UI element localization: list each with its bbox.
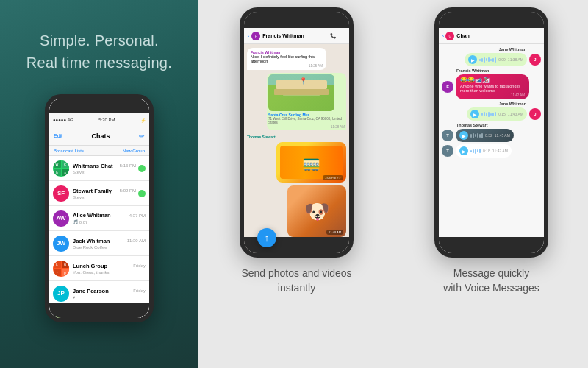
waveform [470, 148, 481, 154]
message-bubble: Francis Whitman Nice! I definitely feel … [247, 48, 326, 70]
nav-bar: Edit Chats ✏ [49, 127, 149, 146]
avatar: W C h a [53, 160, 69, 177]
tagline: Simple. Personal. Real time messaging. [26, 29, 172, 74]
avatar: T [442, 130, 453, 141]
list-item[interactable]: AW Alice Whitman 4:37 PM 🎵 0:07 [49, 206, 149, 231]
voice-msg-jane-2: Jane Whitman J ▶ [442, 102, 541, 121]
contact-avatar: F [251, 32, 260, 40]
chat-info: Jane Pearson Friday ♥ [73, 288, 146, 300]
voice-header: ‹ G Chan [439, 28, 544, 44]
chat-input-bar: 📷 🎤 [244, 253, 349, 258]
play-button[interactable]: ▶ [459, 131, 468, 140]
list-item[interactable]: SF Stewart Family 5:02 PM Steve: [49, 181, 149, 206]
voice-screen: ‹ G Chan Jane Whitman J ▶ [439, 28, 544, 258]
sub-bar: Broadcast Lists New Group [49, 146, 149, 156]
right-panel: ‹ G Chan Jane Whitman J ▶ [395, 0, 588, 368]
voice-msg-francis: Francis Whitman F 😂😂🎿🏂 Anyone who wants … [442, 68, 541, 99]
chat-info: Alice Friday [73, 315, 146, 319]
avatar: JW [53, 236, 69, 252]
list-item[interactable]: A Alice Friday [49, 306, 149, 318]
recording-bar: 🎤 0:03 slide to cancel 🎤 [439, 256, 544, 258]
avatar: JP [53, 286, 69, 302]
waveform [481, 111, 496, 117]
right-caption: Message quickly with Voice Messages [443, 266, 539, 295]
message-input[interactable] [258, 258, 335, 258]
waveform [470, 132, 483, 138]
middle-caption: Send photos and videos instantly [241, 266, 351, 295]
phone-mockup-left: ●●●●● 4G 5:20 PM ⚡ Edit Chats ✏ Broadcas… [45, 94, 154, 322]
avatar: L G r p [53, 261, 69, 277]
avatar: SF [53, 185, 69, 202]
unread-badge [138, 165, 146, 172]
voice-msg-thomas-1: Thomas Stewart T ▶ [442, 123, 541, 142]
phone-mockup-middle: ‹ F Francis Whitman 📞 ⋮ Francis Whitman … [240, 7, 354, 258]
image-bubble-tram: 🚃 1:04 PM ✓✓ [276, 142, 346, 183]
chat-info: Lunch Group Friday You: Great, thanks! [73, 263, 146, 275]
voice-messages-area: Jane Whitman J ▶ [439, 44, 544, 256]
avatar: F [442, 81, 453, 93]
messages-area: Francis Whitman Nice! I definitely feel … [244, 44, 349, 253]
avatar: AW [53, 210, 69, 227]
chat-info: Stewart Family 5:02 PM Steve: [73, 188, 136, 199]
middle-panel: ‹ F Francis Whitman 📞 ⋮ Francis Whitman … [198, 0, 395, 368]
chat-header: ‹ F Francis Whitman 📞 ⋮ [244, 28, 349, 44]
avatar: J [529, 108, 541, 120]
avatar: T [442, 145, 453, 157]
waveform [479, 57, 496, 63]
chat-info: Jack Whitman 11:30 AM Blue Rock Coffee [73, 238, 146, 250]
play-button[interactable]: ▶ [470, 110, 479, 118]
voice-msg-jane-1: Jane Whitman J ▶ [442, 47, 541, 66]
left-panel: Simple. Personal. Real time messaging. ●… [0, 0, 198, 368]
status-bar: ●●●●● 4G 5:20 PM ⚡ [49, 113, 149, 127]
chat-list: W C h a Whitmans Chat 5:16 PM Steve: [49, 156, 149, 318]
avatar: J [529, 54, 541, 66]
phone-mockup-right: ‹ G Chan Jane Whitman J ▶ [434, 7, 548, 258]
group-avatar: G [445, 32, 454, 40]
list-item[interactable]: JP Jane Pearson Friday ♥ [49, 281, 149, 306]
image-bubble-dog: 🐶 11:48 AM [287, 185, 346, 237]
voice-msg-thomas-2: T ▶ 0:18 11:47 AM [442, 144, 541, 158]
fab-upload-button[interactable]: ↑ [257, 228, 276, 247]
avatar: A [53, 311, 69, 319]
chat-info: Alice Whitman 4:37 PM 🎵 0:07 [73, 212, 146, 224]
map-bubble: 📍 Santa Cruz Surfing Mus... 71 West Clif… [267, 73, 346, 130]
list-item[interactable]: L G r p Lunch Group Friday You: Great, t… [49, 256, 149, 281]
unread-badge [138, 190, 146, 197]
chat-info: Whitmans Chat 5:16 PM Steve: [73, 163, 136, 174]
list-item[interactable]: W C h a Whitmans Chat 5:16 PM Steve: [49, 156, 149, 181]
list-item[interactable]: JW Jack Whitman 11:30 AM Blue Rock Coffe… [49, 231, 149, 256]
play-button[interactable]: ▶ [468, 55, 477, 64]
play-button[interactable]: ▶ [459, 146, 468, 155]
